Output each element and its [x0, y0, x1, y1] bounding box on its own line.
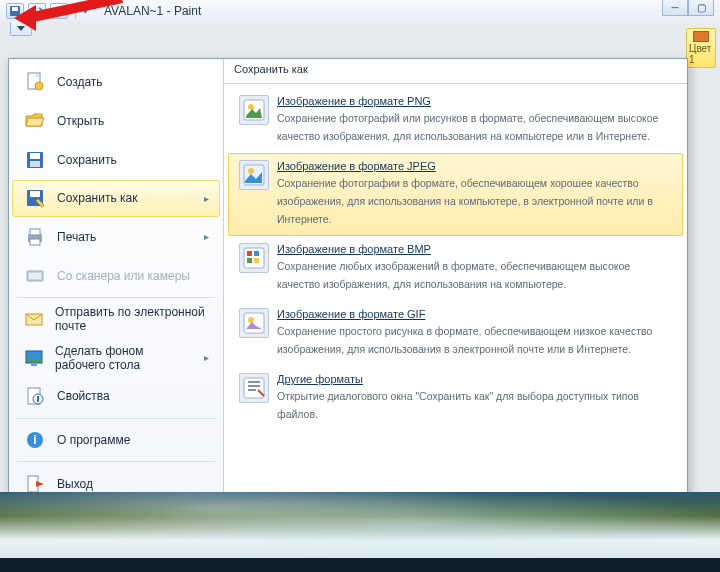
other-format-icon	[239, 373, 269, 403]
file-menu-left: Создать Открыть Сохранить Сохранить как …	[9, 59, 224, 507]
file-menu-panel: Создать Открыть Сохранить Сохранить как …	[8, 58, 688, 508]
submenu-header: Сохранить как	[224, 59, 687, 81]
menu-item-save-as[interactable]: Сохранить как ▸	[12, 180, 220, 217]
format-desc: Сохранение любых изображений в формате, …	[277, 260, 630, 290]
svg-rect-1	[12, 7, 18, 11]
svg-rect-15	[26, 351, 42, 363]
menu-item-desktop-bg[interactable]: Сделать фоном рабочего стола ▸	[12, 340, 220, 377]
properties-icon	[23, 384, 47, 408]
taskbar[interactable]	[0, 558, 720, 572]
menu-item-label: Выход	[57, 477, 93, 491]
scanner-icon	[23, 264, 47, 288]
svg-rect-29	[247, 251, 252, 256]
format-jpeg[interactable]: Изображение в формате JPEG Сохранение фо…	[228, 153, 683, 236]
chevron-right-icon: ▸	[204, 231, 209, 242]
format-title: Другие форматы	[277, 373, 672, 385]
menu-item-save[interactable]: Сохранить	[12, 141, 220, 178]
title-bar: ▾ AVALAN~1 - Paint ─ ▢	[0, 0, 720, 22]
menu-item-label: Отправить по электронной почте	[55, 305, 209, 333]
menu-item-label: Открыть	[57, 114, 104, 128]
format-title: Изображение в формате JPEG	[277, 160, 672, 172]
qat-undo-icon[interactable]	[28, 3, 46, 19]
save-as-submenu: Сохранить как Изображение в формате PNG …	[224, 59, 687, 507]
svg-rect-31	[247, 258, 252, 263]
format-desc: Сохранение простого рисунка в формате, о…	[277, 325, 652, 355]
menu-item-mail[interactable]: Отправить по электронной почте	[12, 301, 220, 338]
svg-rect-33	[244, 313, 264, 333]
menu-item-label: Свойства	[57, 389, 110, 403]
color-swatch	[693, 31, 709, 42]
svg-rect-17	[31, 364, 37, 366]
svg-text:i: i	[33, 433, 36, 447]
qat-redo-icon[interactable]	[50, 3, 68, 19]
svg-point-25	[248, 104, 254, 110]
gif-format-icon	[239, 308, 269, 338]
svg-rect-11	[30, 239, 40, 245]
format-desc: Сохранение фотографии в формате, обеспеч…	[277, 177, 653, 225]
format-desc: Сохранение фотографий или рисунков в фор…	[277, 112, 658, 142]
svg-point-27	[248, 168, 254, 174]
menu-item-printer[interactable]: Печать ▸	[12, 219, 220, 256]
svg-rect-13	[29, 273, 41, 279]
menu-item-properties[interactable]: Свойства	[12, 378, 220, 415]
qat-save-icon[interactable]	[6, 3, 24, 19]
format-title: Изображение в формате BMP	[277, 243, 672, 255]
save-as-icon	[23, 186, 47, 210]
menu-item-label: Печать	[57, 230, 96, 244]
menu-item-label: Сохранить как	[57, 191, 137, 205]
format-gif[interactable]: Изображение в формате GIF Сохранение про…	[228, 301, 683, 366]
format-title: Изображение в формате GIF	[277, 308, 672, 320]
color-1-button[interactable]: Цвет 1	[686, 28, 716, 68]
svg-rect-20	[37, 396, 39, 402]
format-bmp[interactable]: Изображение в формате BMP Сохранение люб…	[228, 236, 683, 301]
mail-icon	[23, 307, 45, 331]
qat-customize-icon[interactable]: ▾	[83, 6, 88, 16]
window-title: AVALAN~1 - Paint	[104, 4, 201, 18]
svg-point-3	[35, 82, 43, 90]
menu-item-scanner: Со сканера или камеры	[12, 257, 220, 294]
info-icon: i	[23, 428, 47, 452]
color-label: Цвет 1	[689, 43, 713, 65]
desktop-bg-icon	[23, 346, 45, 370]
jpeg-format-icon	[239, 160, 269, 190]
svg-rect-8	[30, 191, 40, 197]
format-png[interactable]: Изображение в формате PNG Сохранение фот…	[228, 88, 683, 153]
menu-item-label: Сохранить	[57, 153, 117, 167]
folder-open-icon	[23, 109, 47, 133]
new-doc-icon	[23, 70, 47, 94]
svg-rect-32	[254, 258, 259, 263]
svg-rect-16	[26, 359, 42, 361]
printer-icon	[23, 225, 47, 249]
save-icon	[23, 148, 47, 172]
format-other[interactable]: Другие форматы Открытие диалогового окна…	[228, 366, 683, 431]
svg-rect-30	[254, 251, 259, 256]
svg-point-34	[248, 317, 254, 323]
menu-item-new-doc[interactable]: Создать	[12, 64, 220, 101]
svg-rect-5	[30, 153, 40, 159]
bmp-format-icon	[239, 243, 269, 273]
maximize-button[interactable]: ▢	[688, 0, 714, 16]
chevron-right-icon: ▸	[204, 193, 209, 204]
png-format-icon	[239, 95, 269, 125]
menu-item-label: Сделать фоном рабочего стола	[55, 344, 194, 372]
format-desc: Открытие диалогового окна "Сохранить как…	[277, 390, 639, 420]
minimize-button[interactable]: ─	[662, 0, 688, 16]
format-title: Изображение в формате PNG	[277, 95, 672, 107]
svg-rect-10	[30, 229, 40, 235]
menu-item-label: Со сканера или камеры	[57, 269, 190, 283]
menu-item-folder-open[interactable]: Открыть	[12, 103, 220, 140]
menu-item-info[interactable]: i О программе	[12, 422, 220, 459]
svg-rect-6	[30, 161, 40, 167]
chevron-right-icon: ▸	[204, 352, 209, 363]
menu-item-label: Создать	[57, 75, 103, 89]
menu-item-label: О программе	[57, 433, 130, 447]
